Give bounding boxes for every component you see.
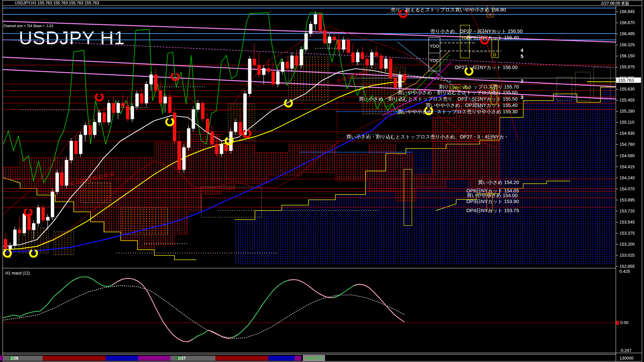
- level-tag-label: w: [488, 12, 492, 17]
- level-tag-label: YDO: [430, 44, 439, 49]
- axis-price-label: 153.720: [620, 209, 635, 214]
- price-annotation: ストップロス売り 155.70: [463, 84, 519, 89]
- candle-body-bear: [121, 103, 124, 106]
- candle-body-bear: [253, 59, 256, 65]
- candle-body-bull: [305, 34, 308, 49]
- session-date-label: 2/27: [178, 356, 186, 361]
- price-chart-canvas[interactable]: YDOYDCYDHLWHYDLDDwW4523売りやや小さめ 156.90売り・…: [0, 0, 644, 362]
- projection-outline-box: [575, 72, 590, 101]
- macd-axis-zero: 0.00: [620, 320, 628, 325]
- axis-price-label: 154.240: [620, 176, 635, 180]
- candle-body-bull: [234, 122, 237, 131]
- candle-body-bear: [206, 119, 209, 132]
- session-segment: [138, 356, 170, 361]
- price-annotation: OP27・4日NYカット 156.00: [455, 65, 518, 70]
- candle-body-bear: [272, 71, 275, 84]
- candle-body-bear: [215, 144, 218, 154]
- candle-body-bull: [182, 147, 185, 170]
- candle-body-bull: [281, 62, 284, 71]
- updated-timestamp: 2/27 06:09 更新: [601, 1, 629, 6]
- price-annotation: 売り小さめ、OP27・3日NYカット 156.50: [430, 28, 523, 34]
- candle-body-bear: [4, 239, 7, 249]
- candle-body-bull: [197, 103, 200, 110]
- candle-body-bear: [74, 141, 77, 154]
- minor-cloud-zone: [288, 57, 329, 101]
- axis-price-label: 154.935: [620, 131, 635, 136]
- candle-body-bull: [398, 75, 401, 87]
- candle-body-bear: [168, 97, 171, 113]
- candle-body-bull: [145, 84, 148, 103]
- price-annotation: 割り: [439, 84, 449, 89]
- candle-body-bear: [258, 65, 261, 75]
- axis-price-label: 156.150: [620, 54, 635, 58]
- candle-body-bear: [42, 207, 45, 220]
- axis-price-label: 155.110: [620, 120, 634, 125]
- candle-body-bull: [117, 103, 120, 113]
- axis-price-label: 153.375: [620, 231, 635, 236]
- candle-body-bull: [342, 40, 345, 49]
- candle-body-bear: [319, 14, 322, 30]
- footer-scale-value: 130000: [620, 356, 634, 361]
- symbol-info-label: USDJPY,H1 155.763 155.763 155.763 155.76…: [15, 1, 99, 5]
- candle-body-bull: [370, 53, 373, 65]
- candle-body-bull: [51, 192, 54, 217]
- axis-price-label: 153.895: [620, 198, 635, 202]
- candle-body-bear: [225, 144, 228, 151]
- axis-price-label: 154.415: [620, 165, 635, 169]
- candle-body-bull: [136, 94, 139, 106]
- candle-body-bull: [150, 75, 153, 84]
- price-annotation: 売り・超えるとストップロス買いやや小さめ 156.80: [391, 7, 506, 12]
- macd-toggle-button[interactable]: macd ON!: [303, 355, 325, 361]
- candle-body-bear: [347, 40, 350, 53]
- minor-cloud-zone: [121, 208, 168, 235]
- price-annotation: 買いやや小さめ 154.00: [467, 193, 518, 198]
- level-tag-label: 4: [521, 47, 524, 53]
- axis-price-label: 154.070: [620, 187, 635, 191]
- axis-price-label: 153.200: [620, 242, 635, 247]
- candle-body-bear: [380, 56, 383, 68]
- candle-body-bull: [290, 56, 293, 68]
- level-tag-label: LWH: [450, 85, 460, 90]
- session-segment: [3, 356, 43, 361]
- candle-body-bear: [361, 53, 364, 59]
- macd-main-line-up: [193, 330, 213, 339]
- candle-body-bear: [112, 103, 115, 113]
- price-annotation: 買い小さめ 154.20: [478, 180, 519, 185]
- candle-body-bull: [98, 113, 101, 122]
- candle-body-bull: [384, 59, 387, 68]
- macd-panel: [3, 277, 616, 342]
- candle-body-bull: [187, 128, 190, 147]
- macd-axis-bottom: -0.247: [620, 348, 631, 353]
- candle-body-bull: [356, 53, 359, 62]
- candle-body-bear: [178, 141, 181, 170]
- main-chart-area: YDOYDCYDHLWHYDLDDwW4523売りやや小さめ 156.90売り・…: [0, 0, 641, 265]
- sell-signal-marker: [96, 94, 103, 101]
- candle-body-bear: [18, 230, 21, 233]
- price-annotation: OP4日NYカット 153.75: [466, 208, 519, 213]
- session-segment: [106, 356, 138, 361]
- candle-body-bull: [37, 207, 40, 223]
- candle-body-bear: [211, 132, 214, 144]
- candle-body-bull: [70, 141, 73, 160]
- candle-body-bull: [244, 94, 247, 135]
- candle-body-bear: [352, 53, 355, 62]
- candle-body-bull: [13, 230, 16, 245]
- sar-ring-marker: [337, 79, 340, 82]
- candle-body-bear: [173, 113, 176, 141]
- candle-body-bear: [286, 62, 289, 68]
- macd-main-line-up: [334, 284, 364, 298]
- candle-body-bear: [126, 106, 129, 119]
- candle-body-bear: [323, 31, 326, 43]
- session-segment: [215, 356, 268, 361]
- axis-price-label: 155.280: [620, 109, 635, 114]
- candle-body-bull: [220, 144, 223, 154]
- price-annotation: OP3日NYカット 153.90: [466, 199, 519, 204]
- session-segment: [0, 356, 3, 361]
- candle-body-bull: [23, 214, 26, 233]
- price-axis: 156.845156.670156.495156.325156.150155.9…: [616, 6, 642, 353]
- candle-body-bear: [333, 37, 336, 40]
- level-tag-label: 5: [521, 53, 523, 59]
- candle-body-bear: [375, 53, 378, 56]
- macd-axis-top: 0.425: [620, 269, 630, 274]
- axis-price-label: 156.845: [620, 9, 635, 14]
